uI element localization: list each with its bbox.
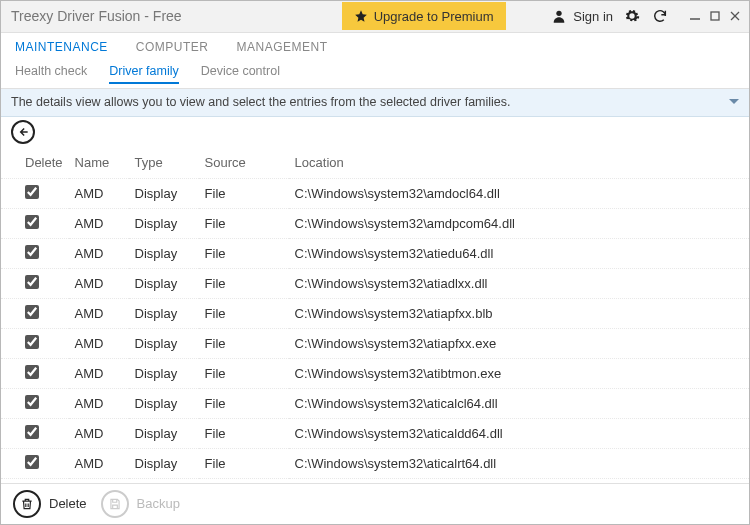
chevron-down-icon xyxy=(729,98,739,106)
col-location[interactable]: Location xyxy=(289,147,749,179)
minimize-icon xyxy=(690,11,700,21)
infobar-expand[interactable] xyxy=(729,96,739,108)
nav-maintenance[interactable]: MAINTENANCE xyxy=(15,40,108,54)
col-delete[interactable]: Delete xyxy=(1,147,69,179)
cell-name: AMD xyxy=(69,328,129,358)
minimize-button[interactable] xyxy=(687,8,703,24)
window-title: Treexy Driver Fusion - Free xyxy=(11,8,182,24)
cell-location: C:\Windows\system32\aticalrt64.dll xyxy=(289,448,749,478)
row-checkbox[interactable] xyxy=(25,425,39,439)
cell-type: Display xyxy=(129,298,199,328)
row-checkbox[interactable] xyxy=(25,335,39,349)
cell-location: C:\Windows\system32\atibtmon.exe xyxy=(289,358,749,388)
save-icon xyxy=(108,497,122,511)
table-row[interactable]: AMDDisplayFileC:\Windows\system32\amdocl… xyxy=(1,178,749,208)
svg-rect-2 xyxy=(711,12,719,20)
table-row[interactable]: AMDDisplayFileC:\Windows\system32\atiadl… xyxy=(1,268,749,298)
table-row[interactable]: AMDDisplayFileC:\Windows\system32\atical… xyxy=(1,448,749,478)
upgrade-button[interactable]: Upgrade to Premium xyxy=(342,2,506,30)
cell-source: File xyxy=(199,328,289,358)
user-icon xyxy=(551,8,567,24)
refresh-button[interactable] xyxy=(651,7,669,25)
driver-table: Delete Name Type Source Location AMDDisp… xyxy=(1,147,749,483)
table-row[interactable]: AMDDisplayFileC:\Windows\system32\aticfx… xyxy=(1,478,749,483)
table-row[interactable]: AMDDisplayFileC:\Windows\system32\atiedu… xyxy=(1,238,749,268)
backup-action: Backup xyxy=(101,490,180,518)
nav-computer[interactable]: COMPUTER xyxy=(136,40,209,54)
cell-name: AMD xyxy=(69,418,129,448)
signin-button[interactable]: Sign in xyxy=(551,8,613,24)
close-button[interactable] xyxy=(727,8,743,24)
cell-type: Display xyxy=(129,328,199,358)
driver-table-container[interactable]: Delete Name Type Source Location AMDDisp… xyxy=(1,147,749,483)
cell-name: AMD xyxy=(69,268,129,298)
table-row[interactable]: AMDDisplayFileC:\Windows\system32\atiapf… xyxy=(1,298,749,328)
cell-name: AMD xyxy=(69,478,129,483)
gear-icon xyxy=(624,8,640,24)
row-checkbox[interactable] xyxy=(25,215,39,229)
cell-type: Display xyxy=(129,478,199,483)
table-row[interactable]: AMDDisplayFileC:\Windows\system32\atical… xyxy=(1,388,749,418)
table-row[interactable]: AMDDisplayFileC:\Windows\system32\amdpco… xyxy=(1,208,749,238)
cell-name: AMD xyxy=(69,358,129,388)
footer: Delete Backup xyxy=(1,483,749,524)
row-checkbox[interactable] xyxy=(25,365,39,379)
star-icon xyxy=(354,9,368,23)
nav-management[interactable]: MANAGEMENT xyxy=(237,40,328,54)
cell-name: AMD xyxy=(69,298,129,328)
close-icon xyxy=(730,11,740,21)
titlebar: Treexy Driver Fusion - Free Upgrade to P… xyxy=(1,1,749,33)
cell-type: Display xyxy=(129,448,199,478)
cell-type: Display xyxy=(129,418,199,448)
maximize-button[interactable] xyxy=(707,8,723,24)
cell-source: File xyxy=(199,448,289,478)
backup-label: Backup xyxy=(137,496,180,511)
cell-source: File xyxy=(199,208,289,238)
cell-location: C:\Windows\system32\aticaldd64.dll xyxy=(289,418,749,448)
back-button[interactable] xyxy=(11,120,35,144)
cell-type: Display xyxy=(129,178,199,208)
col-name[interactable]: Name xyxy=(69,147,129,179)
col-type[interactable]: Type xyxy=(129,147,199,179)
cell-type: Display xyxy=(129,238,199,268)
svg-point-0 xyxy=(557,11,562,16)
cell-source: File xyxy=(199,418,289,448)
cell-location: C:\Windows\system32\amdpcom64.dll xyxy=(289,208,749,238)
subnav-device-control[interactable]: Device control xyxy=(201,64,280,84)
row-checkbox[interactable] xyxy=(25,455,39,469)
cell-source: File xyxy=(199,388,289,418)
cell-location: C:\Windows\system32\aticalcl64.dll xyxy=(289,388,749,418)
arrow-left-icon xyxy=(16,125,30,139)
cell-type: Display xyxy=(129,388,199,418)
delete-action[interactable]: Delete xyxy=(13,490,87,518)
cell-source: File xyxy=(199,238,289,268)
cell-location: C:\Windows\system32\atiadlxx.dll xyxy=(289,268,749,298)
settings-button[interactable] xyxy=(623,7,641,25)
col-source[interactable]: Source xyxy=(199,147,289,179)
signin-label: Sign in xyxy=(573,9,613,24)
row-checkbox[interactable] xyxy=(25,275,39,289)
cell-source: File xyxy=(199,358,289,388)
cell-name: AMD xyxy=(69,178,129,208)
cell-name: AMD xyxy=(69,238,129,268)
cell-source: File xyxy=(199,178,289,208)
cell-source: File xyxy=(199,298,289,328)
refresh-icon xyxy=(652,8,668,24)
row-checkbox[interactable] xyxy=(25,305,39,319)
subnav-driver-family[interactable]: Driver family xyxy=(109,64,178,84)
row-checkbox[interactable] xyxy=(25,185,39,199)
back-row xyxy=(1,117,749,147)
row-checkbox[interactable] xyxy=(25,395,39,409)
info-bar: The details view allows you to view and … xyxy=(1,89,749,117)
info-text: The details view allows you to view and … xyxy=(11,95,511,109)
subnav-health-check[interactable]: Health check xyxy=(15,64,87,84)
cell-type: Display xyxy=(129,358,199,388)
cell-location: C:\Windows\system32\aticfx64.dll xyxy=(289,478,749,483)
table-row[interactable]: AMDDisplayFileC:\Windows\system32\atibtm… xyxy=(1,358,749,388)
table-row[interactable]: AMDDisplayFileC:\Windows\system32\atiapf… xyxy=(1,328,749,358)
upgrade-label: Upgrade to Premium xyxy=(374,9,494,24)
cell-location: C:\Windows\system32\amdocl64.dll xyxy=(289,178,749,208)
table-row[interactable]: AMDDisplayFileC:\Windows\system32\atical… xyxy=(1,418,749,448)
maximize-icon xyxy=(710,11,720,21)
row-checkbox[interactable] xyxy=(25,245,39,259)
